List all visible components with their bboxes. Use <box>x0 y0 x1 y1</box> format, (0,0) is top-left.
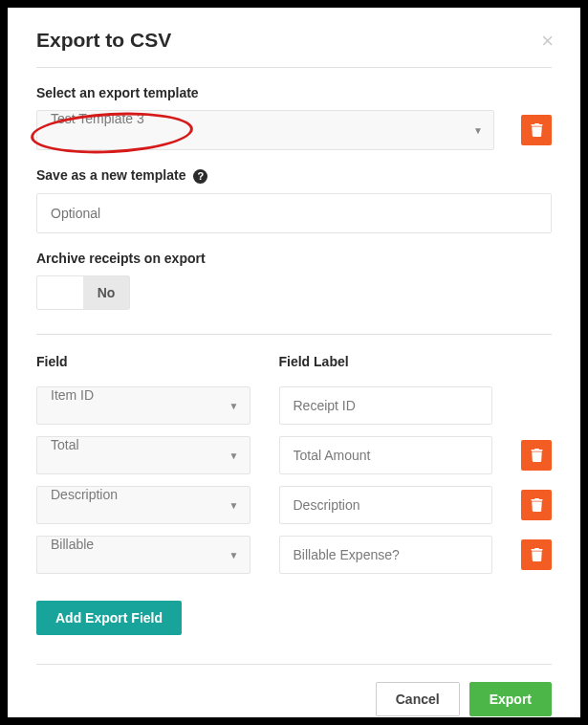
field-select[interactable]: Billable▼ <box>36 536 250 574</box>
field-row: Description▼ <box>36 486 552 524</box>
add-export-field-button[interactable]: Add Export Field <box>36 601 182 635</box>
delete-template-button[interactable] <box>521 115 552 145</box>
save-as-input[interactable] <box>36 193 552 233</box>
modal-body: Select an export template Test Template … <box>8 85 580 635</box>
save-as-label: Save as a new template ? <box>36 167 552 184</box>
archive-no: No <box>83 276 129 309</box>
export-csv-modal: Export to CSV × Select an export templat… <box>8 8 580 717</box>
modal-title: Export to CSV <box>36 29 552 52</box>
help-icon[interactable]: ? <box>193 169 207 184</box>
delete-field-button[interactable] <box>521 490 552 520</box>
template-row: Test Template 3 ▼ <box>36 110 552 150</box>
field-label-input-wrap <box>279 486 493 524</box>
field-label-input-wrap <box>279 536 493 574</box>
trash-icon <box>531 123 543 137</box>
divider <box>36 334 552 335</box>
field-select[interactable]: Item ID▼ <box>36 386 250 425</box>
field-row: Billable▼ <box>36 536 552 574</box>
field-header: Field <box>36 354 250 369</box>
field-select-value: Total <box>36 436 250 474</box>
modal-footer: Cancel Export <box>36 664 552 725</box>
cancel-button[interactable]: Cancel <box>376 682 460 716</box>
field-label-input[interactable] <box>279 436 493 474</box>
trash-icon <box>531 548 543 561</box>
archive-yes <box>37 276 83 309</box>
field-select[interactable]: Description▼ <box>36 486 250 524</box>
field-label-input-wrap <box>279 436 493 474</box>
trash-icon <box>531 449 543 462</box>
modal-header: Export to CSV × <box>8 8 580 61</box>
export-button[interactable]: Export <box>469 682 552 716</box>
archive-toggle[interactable]: No <box>36 275 130 310</box>
field-label-input-wrap <box>279 386 493 425</box>
template-select[interactable]: Test Template 3 ▼ <box>36 110 494 150</box>
field-select-value: Item ID <box>36 386 250 425</box>
field-label-input[interactable] <box>279 386 493 425</box>
archive-label: Archive receipts on export <box>36 251 552 266</box>
field-label-header: Field Label <box>279 354 493 369</box>
field-select-value: Description <box>36 486 250 524</box>
fields-container: Item ID▼Total▼Description▼Billable▼ <box>36 386 552 574</box>
close-icon[interactable]: × <box>541 31 554 52</box>
field-label-input[interactable] <box>279 536 493 574</box>
trash-icon <box>531 498 543 512</box>
divider <box>36 67 552 68</box>
field-row: Total▼ <box>36 436 552 474</box>
template-label: Select an export template <box>36 85 552 100</box>
delete-field-button[interactable] <box>521 440 552 471</box>
delete-field-button[interactable] <box>521 539 552 570</box>
field-label-input[interactable] <box>279 486 493 524</box>
field-row: Item ID▼ <box>36 386 552 425</box>
fields-header-row: Field Field Label <box>36 354 552 369</box>
field-select[interactable]: Total▼ <box>36 436 250 474</box>
field-select-value: Billable <box>36 536 250 574</box>
template-select-value: Test Template 3 <box>36 110 494 150</box>
